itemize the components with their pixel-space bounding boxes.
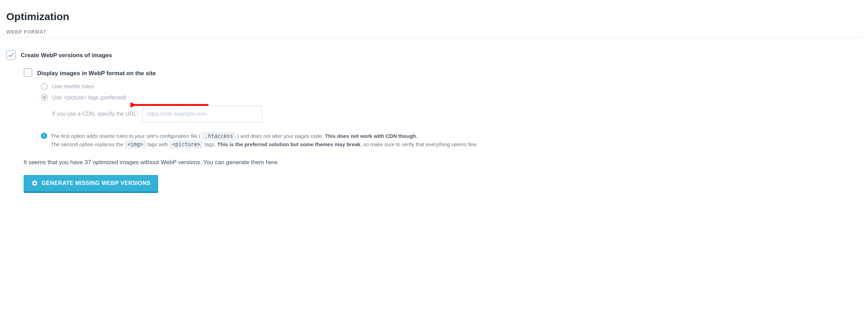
info-icon: i bbox=[41, 133, 47, 139]
page-title: Optimization bbox=[6, 9, 862, 24]
info-text: The first option adds rewrite rules to y… bbox=[51, 132, 478, 149]
section-subtitle: WEBP FORMAT bbox=[6, 28, 862, 38]
generate-webp-button-label: GENERATE MISSING WEBP VERSIONS bbox=[42, 180, 151, 186]
create-webp-checkbox[interactable] bbox=[6, 50, 16, 60]
rewrite-radio-label: Use rewrite rules bbox=[52, 82, 94, 90]
display-webp-label: Display images in WebP format on the sit… bbox=[37, 68, 156, 78]
display-webp-checkbox[interactable] bbox=[24, 68, 32, 77]
cdn-url-input[interactable] bbox=[142, 106, 262, 122]
create-webp-label: Create WebP versions of images bbox=[21, 50, 112, 60]
generate-webp-button[interactable]: GENERATE MISSING WEBP VERSIONS bbox=[24, 175, 158, 192]
rewrite-radio[interactable] bbox=[41, 83, 48, 90]
cdn-url-label: If you use a CDN, specify the URL: bbox=[52, 110, 138, 118]
missing-webp-status: It seems that you have 37 optimized imag… bbox=[24, 158, 862, 167]
radio-dot-icon bbox=[43, 96, 46, 99]
picture-radio[interactable] bbox=[41, 94, 48, 101]
display-webp-option: Display images in WebP format on the sit… bbox=[24, 68, 862, 78]
picture-radio-label: Use <picture> tags (preferred) bbox=[52, 94, 126, 101]
checkmark-icon bbox=[8, 53, 14, 58]
gear-icon bbox=[31, 180, 38, 187]
create-webp-option: Create WebP versions of images bbox=[6, 50, 862, 60]
